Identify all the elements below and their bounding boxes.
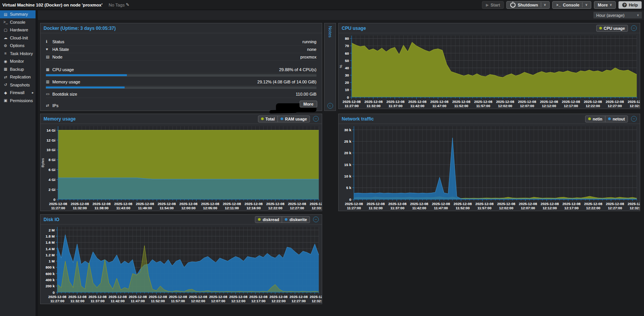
- svg-text:2025-12-08: 2025-12-08: [49, 202, 67, 206]
- sidebar-item-monitor[interactable]: ◉Monitor: [0, 57, 36, 65]
- collapse-panel-icon[interactable]: −: [631, 25, 637, 31]
- legend-dot-icon: [261, 117, 264, 120]
- memory-panel-header: Memory usage TotalRAM usage −: [41, 114, 322, 124]
- svg-text:12:27:00: 12:27:00: [290, 206, 304, 210]
- sidebar-item-permissions[interactable]: ▣Permissions: [0, 97, 36, 105]
- svg-text:12:22:00: 12:22:00: [271, 299, 286, 303]
- network-panel-title: Network traffic: [342, 116, 585, 122]
- svg-text:1.2 M: 1.2 M: [45, 253, 55, 257]
- notes-tab-label[interactable]: Notes: [328, 26, 333, 37]
- svg-text:2025-12-08: 2025-12-08: [410, 202, 428, 206]
- sidebar-item-replication[interactable]: ⇄Replication: [0, 73, 36, 81]
- svg-text:11:37:00: 11:37:00: [91, 299, 105, 303]
- sidebar-item-firewall[interactable]: ◆Firewall▸: [0, 89, 36, 97]
- legend-toggle-total[interactable]: Total: [258, 116, 278, 122]
- sidebar: ▤Summary>_Console▢Hardware☁Cloud-Init⚙Op…: [0, 10, 36, 316]
- svg-text:11:32:00: 11:32:00: [73, 206, 87, 210]
- sidebar-item-console[interactable]: >_Console: [0, 18, 36, 26]
- legend-toggle-ram-usage[interactable]: RAM usage: [277, 116, 310, 122]
- sidebar-item-label: Cloud-Init: [10, 36, 28, 40]
- sidebar-item-summary[interactable]: ▤Summary: [0, 10, 36, 18]
- svg-text:2025-12-08: 2025-12-08: [452, 100, 470, 104]
- svg-text:10: 10: [345, 88, 349, 92]
- more-button-label: More: [598, 3, 608, 7]
- status-row-value: none: [307, 47, 316, 52]
- svg-text:2025-12-08: 2025-12-08: [245, 202, 263, 206]
- sidebar-item-task-history[interactable]: ≡Task History: [0, 50, 36, 58]
- svg-text:12:32:00: 12:32:00: [629, 206, 640, 210]
- status-row-value: 29.88% of 4 CPU(s): [279, 67, 316, 72]
- progress-bar: [46, 74, 316, 77]
- svg-text:2025-12-08: 2025-12-08: [584, 202, 602, 206]
- timeframe-select[interactable]: Hour (average) ∨: [593, 11, 642, 19]
- chevron-down-icon[interactable]: ∨: [585, 3, 587, 7]
- svg-text:2025-12-08: 2025-12-08: [386, 100, 405, 104]
- sidebar-item-backup[interactable]: ▦Backup: [0, 65, 36, 73]
- no-tags-label[interactable]: No Tags: [109, 3, 125, 7]
- console-button[interactable]: >_ Console ∨: [552, 1, 591, 9]
- progress-bar-fill: [46, 86, 125, 88]
- svg-text:2025-12-08: 2025-12-08: [114, 202, 133, 206]
- network-traffic-chart: 30 k25 k20 k15 k10 k5 k02025-12-0811:27:…: [339, 124, 640, 211]
- svg-text:11:27:00: 11:27:00: [51, 206, 65, 210]
- status-more-button[interactable]: More: [300, 101, 317, 108]
- collapse-panel-icon[interactable]: −: [631, 116, 637, 122]
- progress-bar-fill: [46, 74, 127, 76]
- svg-text:200 k: 200 k: [45, 284, 55, 288]
- shutdown-button[interactable]: Shutdown ∨: [506, 1, 550, 9]
- svg-text:2025-12-08: 2025-12-08: [71, 202, 89, 206]
- start-button[interactable]: ▶ Start: [482, 1, 504, 9]
- shutdown-button-label: Shutdown: [517, 3, 538, 7]
- memory-icon: ▥: [46, 80, 52, 84]
- svg-text:11:47:00: 11:47:00: [434, 206, 448, 210]
- summary-icon: ▤: [3, 12, 8, 16]
- svg-text:2025-12-08: 2025-12-08: [367, 202, 385, 206]
- status-row-label: Bootdisk size: [52, 92, 77, 96]
- legend-toggle-diskwrite[interactable]: diskwrite: [282, 216, 310, 223]
- svg-text:2025-12-08: 2025-12-08: [342, 100, 361, 104]
- help-button[interactable]: ? Help: [618, 1, 642, 9]
- sidebar-item-snapshots[interactable]: ↺Snapshots: [0, 81, 36, 89]
- svg-text:70: 70: [345, 44, 349, 48]
- svg-text:2025-12-08: 2025-12-08: [584, 100, 602, 104]
- sidebar-item-hardware[interactable]: ▢Hardware: [0, 26, 36, 34]
- svg-text:12:27:00: 12:27:00: [608, 206, 622, 210]
- svg-text:2025-12-08: 2025-12-08: [269, 295, 288, 299]
- expand-notes-icon[interactable]: ‹: [327, 103, 333, 109]
- legend-dot-icon: [588, 117, 591, 120]
- collapse-panel-icon[interactable]: −: [313, 116, 319, 122]
- edit-tags-icon[interactable]: ✎: [126, 2, 129, 7]
- svg-text:2025-12-08: 2025-12-08: [562, 202, 581, 206]
- progress-bar: [46, 86, 316, 89]
- legend-toggle-netin[interactable]: netin: [585, 116, 605, 122]
- ha-icon: ♥: [46, 47, 52, 51]
- svg-text:2025-12-08: 2025-12-08: [430, 100, 449, 104]
- svg-text:12:32:00: 12:32:00: [629, 104, 640, 108]
- svg-text:2025-12-08: 2025-12-08: [136, 202, 154, 206]
- hardware-icon: ▢: [3, 28, 8, 32]
- legend-toggle-netout[interactable]: netout: [605, 116, 628, 122]
- svg-text:12:05:00: 12:05:00: [203, 206, 217, 210]
- collapse-panel-icon[interactable]: −: [313, 217, 319, 222]
- svg-text:2025-12-08: 2025-12-08: [519, 202, 537, 206]
- svg-text:0: 0: [349, 197, 351, 202]
- sidebar-splitter[interactable]: [36, 10, 38, 316]
- help-icon: ?: [622, 3, 627, 7]
- svg-text:Bytes: Bytes: [41, 158, 45, 167]
- sidebar-item-cloud-init[interactable]: ☁Cloud-Init: [0, 34, 36, 42]
- ips-icon: ⇄: [46, 103, 52, 108]
- svg-text:2 Gi: 2 Gi: [49, 187, 55, 192]
- svg-text:11:27:00: 11:27:00: [347, 206, 361, 210]
- sidebar-item-options[interactable]: ⚙Options: [0, 42, 36, 50]
- more-button[interactable]: More ∨: [594, 1, 616, 9]
- legend-toggle-diskread[interactable]: diskread: [255, 216, 282, 223]
- disk-chart-canvas: 2 M1.8 M1.6 M1.4 M1.2 M1 M800 k600 k400 …: [41, 225, 322, 304]
- chevron-down-icon[interactable]: ∨: [544, 3, 546, 7]
- svg-text:4 Gi: 4 Gi: [49, 178, 55, 182]
- svg-text:2025-12-08: 2025-12-08: [223, 202, 241, 206]
- legend-toggle-cpu-usage[interactable]: CPU usage: [596, 25, 628, 32]
- svg-text:12:22:00: 12:22:00: [586, 104, 600, 108]
- svg-text:2025-12-08: 2025-12-08: [518, 100, 536, 104]
- svg-text:%: %: [339, 65, 343, 68]
- status-row-label: Memory usage: [52, 80, 80, 84]
